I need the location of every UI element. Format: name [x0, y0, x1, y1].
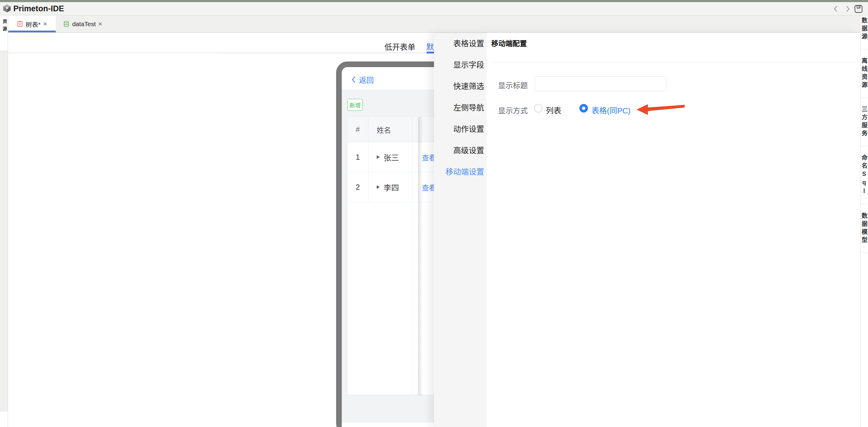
subtab-border-left — [8, 53, 222, 53]
row-index: 1 — [347, 142, 368, 172]
menu-item-left-nav[interactable]: 左侧导航 — [434, 97, 487, 118]
display-title-input[interactable] — [535, 76, 667, 91]
display-mode-label: 显示方式 — [498, 105, 528, 115]
rail-item-datasource[interactable]: 数据源 — [861, 16, 868, 49]
tab-label: 树表* — [26, 20, 40, 29]
app-window: Primeton-IDE 资源 — [0, 0, 868, 427]
editor-tab-bar: 树表* × dataTest × — [8, 16, 860, 33]
app-logo-icon — [3, 4, 11, 13]
rail-item-offline-resources[interactable]: 离线资源 — [861, 49, 868, 97]
rail-item-named-sql[interactable]: 命名Sql — [861, 146, 868, 204]
close-icon[interactable]: × — [98, 21, 102, 27]
add-button[interactable]: 新增 — [347, 99, 363, 111]
menu-item-table-settings[interactable]: 表格设置 — [434, 33, 487, 54]
back-link[interactable]: 返回 — [351, 74, 374, 85]
row-name-cell: 李四 — [368, 172, 413, 202]
row-index: 2 — [347, 172, 368, 202]
close-icon[interactable]: × — [43, 21, 47, 27]
radio-table-option[interactable] — [579, 104, 588, 113]
resource-panel-toggle[interactable]: 资源 — [0, 19, 8, 34]
rail-item-third-party-services[interactable]: 三方服务 — [861, 98, 868, 146]
form-icon — [17, 21, 23, 27]
save-icon[interactable] — [855, 5, 862, 12]
left-rail-lower-area — [0, 51, 8, 411]
subtab-border-right — [222, 53, 427, 53]
drawer-menu: 表格设置 显示字段 快速筛选 左侧导航 动作设置 高级设置 移动端设置 — [434, 33, 487, 427]
rail-item-data-model[interactable]: 数据模型 — [861, 204, 868, 252]
history-forward-icon[interactable] — [844, 5, 851, 12]
radio-list-label[interactable]: 列表 — [546, 105, 561, 115]
panel-divider — [491, 62, 855, 63]
radio-table-label[interactable]: 表格(同PC) — [591, 105, 630, 115]
row-name: 李四 — [383, 182, 399, 193]
tab-tree-table[interactable]: 树表* × — [8, 16, 56, 32]
row-name: 张三 — [383, 152, 399, 163]
radio-list-option[interactable] — [534, 104, 542, 113]
table-header-index: # — [347, 117, 368, 142]
subtab-lowcode-form[interactable]: 低开表单 — [384, 41, 415, 52]
menu-item-mobile-settings[interactable]: 移动端设置 — [434, 161, 487, 182]
rail-divider — [861, 252, 868, 253]
subtab-default-view[interactable]: 默 — [426, 41, 434, 52]
row-name-cell: 张三 — [368, 142, 413, 172]
table-header-name: 姓名 — [368, 117, 413, 142]
menu-item-quick-filter[interactable]: 快速筛选 — [434, 76, 487, 97]
app-title: Primeton-IDE — [13, 2, 64, 15]
database-icon — [63, 21, 69, 27]
menu-item-action-settings[interactable]: 动作设置 — [434, 118, 487, 140]
panel-title: 移动端配置 — [491, 38, 527, 48]
active-tab-underline — [8, 31, 56, 32]
history-back-icon[interactable] — [832, 5, 839, 12]
settings-drawer: 表格设置 显示字段 快速筛选 左侧导航 动作设置 高级设置 移动端设置 移动端配… — [434, 33, 860, 427]
back-label: 返回 — [359, 74, 374, 85]
chevron-left-icon — [351, 76, 356, 83]
menu-item-display-fields[interactable]: 显示字段 — [434, 54, 487, 76]
right-resource-rail: 数据源 离线资源 三方服务 命名Sql 数据模型 — [860, 16, 868, 427]
expand-caret-icon[interactable] — [377, 185, 380, 189]
subtab-active-underline — [427, 52, 434, 53]
expand-caret-icon[interactable] — [377, 155, 380, 159]
display-title-label: 显示标题 — [498, 80, 528, 90]
red-arrow-annotation — [635, 101, 688, 116]
tab-label: dataTest — [72, 21, 95, 28]
title-bar: Primeton-IDE — [0, 2, 868, 16]
menu-item-advanced-settings[interactable]: 高级设置 — [434, 140, 487, 161]
drawer-content: 移动端配置 显示标题 显示方式 列表 表格(同PC) — [487, 33, 860, 427]
window-top-strip — [0, 0, 868, 2]
tab-data-test[interactable]: dataTest × — [59, 16, 107, 32]
